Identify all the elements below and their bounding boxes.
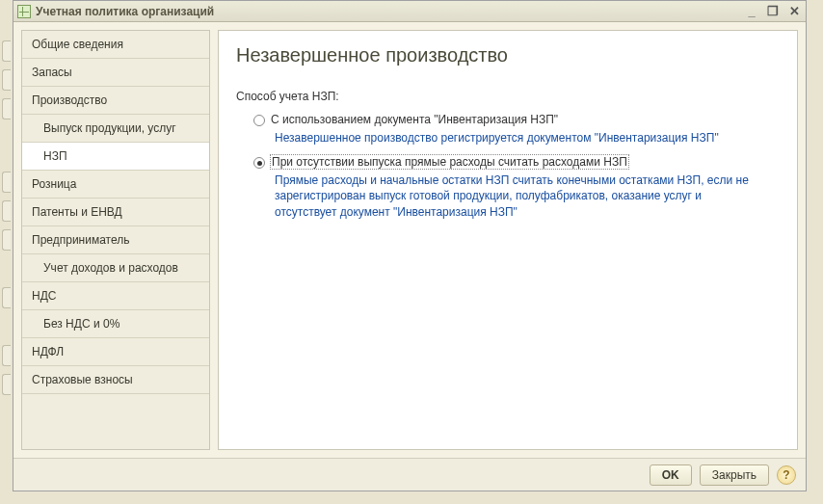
sidebar-item-5[interactable]: Розница	[22, 171, 209, 199]
sidebar-item-8[interactable]: Учет доходов и расходов	[22, 254, 209, 282]
sidebar-item-0[interactable]: Общие сведения	[22, 31, 209, 59]
content-panel: Незавершенное производство Способ учета …	[218, 30, 798, 450]
radio-icon[interactable]	[253, 157, 265, 169]
sidebar-item-2[interactable]: Производство	[22, 87, 209, 115]
minimize-button[interactable]: _	[744, 5, 759, 18]
window-controls: _ ❐ ✕	[744, 5, 802, 18]
help-button[interactable]: ?	[777, 465, 796, 485]
tab-stub[interactable]	[2, 98, 11, 119]
ok-button[interactable]: OK	[650, 464, 692, 486]
radio-icon[interactable]	[253, 115, 265, 126]
left-margin-decor	[0, 0, 13, 491]
sidebar-item-12[interactable]: Страховые взносы	[22, 366, 209, 394]
radio-option-0[interactable]: С использованием документа "Инвентаризац…	[253, 113, 780, 126]
radio-description: Незавершенное производство регистрируетс…	[275, 130, 757, 146]
tab-stub[interactable]	[2, 374, 11, 395]
section-label: Способ учета НЗП:	[236, 90, 780, 103]
footer: OK Закрыть ?	[13, 458, 806, 491]
sidebar-item-9[interactable]: НДС	[22, 282, 209, 310]
sidebar-item-10[interactable]: Без НДС и 0%	[22, 310, 209, 338]
sidebar-item-1[interactable]: Запасы	[22, 59, 209, 87]
sidebar-item-7[interactable]: Предприниматель	[22, 226, 209, 254]
tab-stub[interactable]	[2, 229, 11, 251]
tab-stub[interactable]	[2, 287, 11, 308]
tab-stub[interactable]	[2, 172, 11, 193]
radio-description: Прямые расходы и начальные остатки НЗП с…	[275, 172, 757, 220]
titlebar: Учетная политика организаций _ ❐ ✕	[13, 1, 806, 22]
tab-stub[interactable]	[2, 345, 11, 366]
sidebar-item-4[interactable]: НЗП	[22, 143, 209, 171]
tab-stub[interactable]	[2, 69, 11, 91]
sidebar: Общие сведенияЗапасыПроизводствоВыпуск п…	[21, 30, 210, 450]
app-icon	[17, 5, 31, 18]
tab-stub[interactable]	[2, 40, 11, 62]
sidebar-item-3[interactable]: Выпуск продукции, услуг	[22, 115, 209, 143]
window: Учетная политика организаций _ ❐ ✕ Общие…	[13, 0, 807, 491]
body-area: Общие сведенияЗапасыПроизводствоВыпуск п…	[13, 22, 806, 458]
sidebar-item-11[interactable]: НДФЛ	[22, 338, 209, 366]
page-title: Незавершенное производство	[236, 44, 780, 66]
tab-stub[interactable]	[2, 200, 11, 222]
sidebar-item-6[interactable]: Патенты и ЕНВД	[22, 199, 209, 226]
maximize-button[interactable]: ❐	[765, 5, 781, 18]
radio-label: С использованием документа "Инвентаризац…	[271, 113, 558, 126]
window-title: Учетная политика организаций	[36, 5, 744, 18]
close-window-button[interactable]: ✕	[786, 5, 802, 18]
close-button[interactable]: Закрыть	[700, 464, 769, 486]
radio-label: При отсутствии выпуска прямые расходы сч…	[271, 155, 628, 169]
radio-option-1[interactable]: При отсутствии выпуска прямые расходы сч…	[253, 155, 780, 169]
